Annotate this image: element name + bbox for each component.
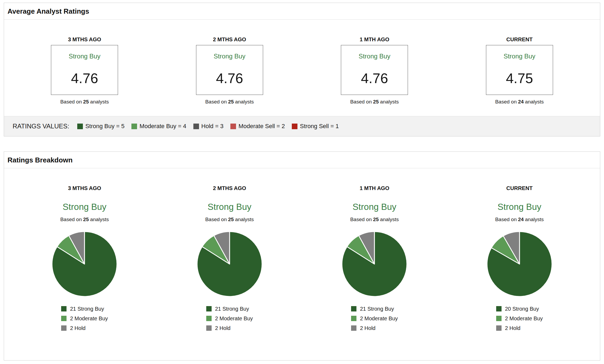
ratings-breakdown-title: Ratings Breakdown bbox=[4, 152, 600, 168]
ratings-values-legend-item: Strong Buy = 5 bbox=[77, 123, 124, 130]
based-on-analysts: Based on24analysts bbox=[447, 99, 592, 105]
analyst-count: 25 bbox=[373, 217, 379, 222]
legend-color-swatch bbox=[61, 306, 67, 311]
breakdown-period-column: 2 MTHS AGO Strong Buy Based on25analysts… bbox=[157, 185, 302, 360]
breakdown-period-column: 3 MTHS AGO Strong Buy Based on25analysts… bbox=[12, 185, 157, 360]
ratings-values-bar: RATINGS VALUES: Strong Buy = 5 Moderate … bbox=[4, 116, 600, 136]
legend-color-swatch bbox=[351, 306, 356, 311]
ratings-values-legend-item: Hold = 3 bbox=[193, 123, 224, 130]
based-on-suffix: analysts bbox=[90, 99, 109, 105]
legend-item-label: 2 Hold bbox=[505, 325, 521, 331]
legend-item-label: 2 Moderate Buy bbox=[70, 315, 108, 322]
consensus-rating-label: Strong Buy bbox=[157, 201, 302, 213]
legend-color-swatch bbox=[496, 306, 502, 311]
consensus-rating-label: Strong Buy bbox=[12, 201, 157, 213]
rating-period-column: CURRENT Strong Buy 4.75 Based on24analys… bbox=[447, 36, 592, 105]
legend-item-label: Hold = 3 bbox=[201, 123, 224, 130]
legend-color-swatch bbox=[496, 325, 502, 331]
pie-legend-row: 2 Moderate Buy bbox=[496, 315, 543, 322]
pie-legend-row: 2 Hold bbox=[206, 325, 253, 331]
based-on-prefix: Based on bbox=[60, 99, 82, 105]
based-on-suffix: analysts bbox=[235, 99, 254, 105]
legend-color-swatch bbox=[61, 325, 67, 331]
ratings-values-label: RATINGS VALUES: bbox=[13, 122, 69, 130]
pie-legend: 21 Strong Buy2 Moderate Buy2 Hold bbox=[351, 306, 398, 335]
based-on-analysts: Based on25analysts bbox=[157, 217, 302, 222]
legend-item-label: Strong Sell = 1 bbox=[300, 123, 339, 130]
ratings-values-legend: Strong Buy = 5 Moderate Buy = 4 Hold = 3… bbox=[77, 123, 339, 130]
average-rating-box: Strong Buy 4.76 bbox=[341, 45, 408, 95]
legend-color-swatch bbox=[230, 124, 236, 129]
legend-color-swatch bbox=[496, 316, 502, 321]
ratings-breakdown-panel: Ratings Breakdown 3 MTHS AGO Strong Buy … bbox=[4, 151, 600, 361]
legend-item-label: 2 Hold bbox=[70, 325, 86, 331]
legend-color-swatch bbox=[206, 325, 212, 331]
legend-item-label: Moderate Buy = 4 bbox=[139, 123, 186, 130]
based-on-prefix: Based on bbox=[205, 99, 227, 105]
average-rating-value: 4.76 bbox=[341, 71, 408, 86]
legend-color-swatch bbox=[131, 124, 137, 129]
analyst-count: 24 bbox=[518, 217, 524, 222]
ratings-values-legend-item: Moderate Buy = 4 bbox=[131, 123, 186, 130]
legend-item-label: 2 Moderate Buy bbox=[505, 315, 543, 322]
period-header: 3 MTHS AGO bbox=[12, 185, 157, 191]
rating-period-column: 2 MTHS AGO Strong Buy 4.76 Based on25ana… bbox=[157, 36, 302, 105]
based-on-analysts: Based on25analysts bbox=[302, 99, 447, 105]
legend-color-swatch bbox=[77, 124, 83, 129]
pie-legend-row: 20 Strong Buy bbox=[496, 306, 543, 312]
average-rating-value: 4.76 bbox=[196, 71, 263, 86]
legend-item-label: 2 Hold bbox=[215, 325, 231, 331]
legend-item-label: Strong Buy = 5 bbox=[85, 123, 124, 130]
period-header: 1 MTH AGO bbox=[302, 36, 447, 43]
legend-item-label: 21 Strong Buy bbox=[215, 306, 249, 312]
legend-item-label: 20 Strong Buy bbox=[505, 306, 539, 312]
pie-legend-row: 2 Hold bbox=[61, 325, 108, 331]
pie-legend-row: 21 Strong Buy bbox=[61, 306, 108, 312]
rating-period-column: 1 MTH AGO Strong Buy 4.76 Based on25anal… bbox=[302, 36, 447, 105]
period-header: 2 MTHS AGO bbox=[157, 36, 302, 43]
consensus-rating-label: Strong Buy bbox=[447, 201, 592, 213]
consensus-rating-label: Strong Buy bbox=[341, 52, 408, 61]
analyst-count: 24 bbox=[518, 99, 524, 105]
based-on-suffix: analysts bbox=[380, 99, 399, 105]
pie-legend-row: 21 Strong Buy bbox=[351, 306, 398, 312]
legend-item-label: 21 Strong Buy bbox=[360, 306, 394, 312]
ratings-pie-chart bbox=[12, 231, 157, 298]
rating-period-column: 3 MTHS AGO Strong Buy 4.76 Based on25ana… bbox=[12, 36, 157, 105]
ratings-values-legend-item: Moderate Sell = 2 bbox=[230, 123, 285, 130]
legend-item-label: 2 Moderate Buy bbox=[360, 315, 398, 322]
legend-color-swatch bbox=[292, 124, 297, 129]
period-header: 2 MTHS AGO bbox=[157, 185, 302, 191]
pie-legend-row: 2 Hold bbox=[496, 325, 543, 331]
based-on-prefix: Based on bbox=[350, 99, 372, 105]
average-ratings-columns: 3 MTHS AGO Strong Buy 4.76 Based on25ana… bbox=[4, 20, 600, 116]
consensus-rating-label: Strong Buy bbox=[196, 52, 263, 61]
analyst-count: 25 bbox=[373, 99, 379, 105]
based-on-analysts: Based on25analysts bbox=[12, 217, 157, 222]
legend-color-swatch bbox=[351, 325, 356, 331]
legend-color-swatch bbox=[61, 316, 67, 321]
legend-item-label: 2 Hold bbox=[360, 325, 375, 331]
pie-legend-row: 21 Strong Buy bbox=[206, 306, 253, 312]
period-header: CURRENT bbox=[447, 36, 592, 43]
legend-item-label: 21 Strong Buy bbox=[70, 306, 104, 312]
average-rating-box: Strong Buy 4.75 bbox=[486, 45, 553, 95]
legend-color-swatch bbox=[193, 124, 199, 129]
breakdown-period-column: 1 MTH AGO Strong Buy Based on25analysts … bbox=[302, 185, 447, 360]
based-on-prefix: Based on bbox=[205, 217, 227, 222]
pie-legend: 21 Strong Buy2 Moderate Buy2 Hold bbox=[61, 306, 108, 335]
average-rating-box: Strong Buy 4.76 bbox=[51, 45, 118, 95]
based-on-analysts: Based on24analysts bbox=[447, 217, 592, 222]
ratings-breakdown-columns: 3 MTHS AGO Strong Buy Based on25analysts… bbox=[4, 168, 600, 360]
legend-color-swatch bbox=[351, 316, 356, 321]
legend-color-swatch bbox=[206, 306, 212, 311]
legend-item-label: 2 Moderate Buy bbox=[215, 315, 253, 322]
pie-legend-row: 2 Hold bbox=[351, 325, 398, 331]
based-on-suffix: analysts bbox=[525, 99, 544, 105]
ratings-values-legend-item: Strong Sell = 1 bbox=[292, 123, 339, 130]
based-on-prefix: Based on bbox=[495, 99, 517, 105]
analyst-count: 25 bbox=[228, 217, 234, 222]
consensus-rating-label: Strong Buy bbox=[302, 201, 447, 213]
based-on-suffix: analysts bbox=[525, 217, 544, 222]
analyst-count: 25 bbox=[83, 99, 89, 105]
